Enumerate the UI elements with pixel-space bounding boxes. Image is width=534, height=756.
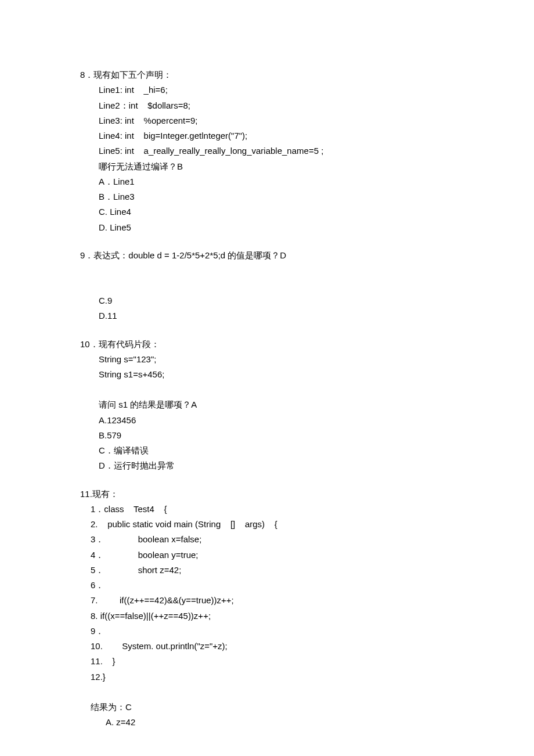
- q11-code-12: 12.}: [80, 669, 464, 685]
- q10-ask: 请问 s1 的结果是哪项？A: [80, 397, 464, 412]
- q11-code-11: 11. }: [80, 654, 464, 669]
- q11-code-8: 8. if((x==false)||(++z==45))z++;: [80, 609, 464, 624]
- q8-line5: Line5: int a_really_really_really_long_v…: [80, 143, 464, 159]
- question-10: 10．现有代码片段： String s="123"; String s1=s+4…: [80, 337, 464, 474]
- q11-code-5: 5． short z=42;: [80, 563, 464, 578]
- q11-option-a: A. z=42: [80, 715, 464, 730]
- q10-code-1: String s="123";: [80, 352, 464, 367]
- q10-option-d: D．运行时抛出异常: [80, 458, 464, 473]
- q11-code-7: 7. if((z++==42)&&(y==true))z++;: [80, 593, 464, 608]
- q11-code-4: 4． boolean y=true;: [80, 548, 464, 563]
- q10-code-2: String s1=s+456;: [80, 367, 464, 382]
- q9-stem: 9．表达式：double d = 1-2/5*5+2*5;d 的值是哪项？D: [80, 248, 464, 263]
- q10-option-b: B.579: [80, 428, 464, 443]
- blank-line: [80, 382, 464, 397]
- blank-line: [80, 263, 464, 278]
- q8-option-d: D. Line5: [80, 220, 464, 235]
- q10-option-c: C．编译错误: [80, 443, 464, 458]
- document-page: 8．现有如下五个声明： Line1: int _hi=6; Line2：int …: [0, 0, 534, 756]
- q11-code-3: 3． boolean x=false;: [80, 532, 464, 547]
- q11-code-1: 1．class Test4 {: [80, 502, 464, 517]
- q11-code-6: 6．: [80, 578, 464, 593]
- q11-stem: 11.现有：: [80, 487, 464, 502]
- q8-stem: 8．现有如下五个声明：: [80, 67, 464, 82]
- blank-line: [80, 278, 464, 293]
- q11-code-9: 9．: [80, 624, 464, 639]
- question-9: 9．表达式：double d = 1-2/5*5+2*5;d 的值是哪项？D C…: [80, 248, 464, 324]
- question-8: 8．现有如下五个声明： Line1: int _hi=6; Line2：int …: [80, 67, 464, 235]
- blank-line: [80, 685, 464, 700]
- question-11: 11.现有： 1．class Test4 { 2. public static …: [80, 487, 464, 730]
- q9-option-d: D.11: [80, 308, 464, 323]
- q8-option-a: A．Line1: [80, 174, 464, 189]
- q8-line4: Line4: int big=Integer.getlnteger("7");: [80, 128, 464, 143]
- q8-line1: Line1: int _hi=6;: [80, 82, 464, 98]
- q8-line3: Line3: int %opercent=9;: [80, 113, 464, 128]
- q10-option-a: A.123456: [80, 413, 464, 428]
- q8-option-c: C. Line4: [80, 204, 464, 219]
- q8-ask: 哪行无法通过编译？B: [80, 159, 464, 174]
- q11-code-10: 10. System. out.println("z="+z);: [80, 639, 464, 654]
- q10-stem: 10．现有代码片段：: [80, 337, 464, 352]
- q9-option-c: C.9: [80, 293, 464, 308]
- q11-code-2: 2. public static void main (String [] ar…: [80, 517, 464, 532]
- q8-option-b: B．Line3: [80, 189, 464, 204]
- q8-line2: Line2：int $dollars=8;: [80, 98, 464, 113]
- q11-result: 结果为：C: [80, 700, 464, 715]
